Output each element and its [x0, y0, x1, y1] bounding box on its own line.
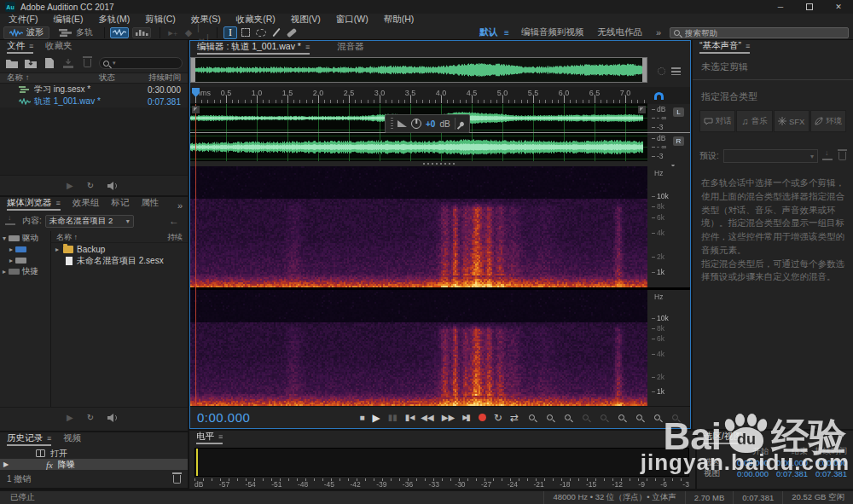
media-row-folder[interactable]: ▸ Backup	[51, 243, 188, 255]
expand-icon[interactable]: ▸	[7, 246, 15, 253]
waveform-right-channel[interactable]	[190, 133, 647, 161]
workspace-radio-production[interactable]: 无线电作品	[597, 26, 642, 38]
zoom-full-button[interactable]	[565, 414, 571, 420]
spectrogram-right-channel[interactable]	[190, 290, 647, 406]
loop-preview-icon[interactable]: ↻	[87, 181, 94, 190]
overview-waveform[interactable]	[195, 58, 642, 82]
record-button[interactable]	[479, 414, 486, 421]
auto-play-speaker-icon[interactable]	[107, 414, 119, 422]
collapse-icon[interactable]: ▾	[0, 235, 9, 242]
file-row[interactable]: 轨道 1_001.wav * 0:07.381	[0, 96, 188, 107]
tab-levels[interactable]: 电平≡	[196, 431, 223, 444]
tab-essential-sound[interactable]: “基本声音”≡	[699, 40, 750, 54]
zoom-out-time-button[interactable]	[547, 414, 553, 420]
preview-play-icon[interactable]: ▶	[67, 413, 73, 422]
timeline-ruler[interactable]: hms 0.51.01.52.02.53.03.54.04.55.05.56.0…	[190, 87, 690, 104]
expand-icon[interactable]: ▸	[51, 246, 63, 253]
column-name[interactable]: 名称 ↑	[0, 72, 99, 84]
tree-item-shortcuts[interactable]: ▸快捷	[0, 266, 50, 277]
expand-icon[interactable]: ▸	[7, 257, 15, 264]
panel-menu-icon[interactable]: ≡	[47, 434, 51, 443]
new-file-icon[interactable]	[43, 57, 56, 69]
tab-favorites[interactable]: 收藏夹	[45, 40, 73, 54]
waveform-view-button[interactable]: 波形	[3, 26, 49, 39]
show-spectrum-button[interactable]	[132, 27, 151, 38]
workspace-default[interactable]: 默认	[479, 26, 497, 38]
tab-video[interactable]: 视频	[63, 432, 81, 446]
expand-icon[interactable]: ▸	[0, 268, 9, 275]
close-button[interactable]: ✕	[824, 0, 853, 14]
tab-markers[interactable]: 标记	[111, 197, 129, 211]
tab-effects-rack[interactable]: 效果组	[73, 197, 100, 211]
gain-value[interactable]: +0	[426, 119, 435, 129]
back-arrow-icon[interactable]: ←	[169, 215, 183, 227]
spectrogram-left-channel[interactable]	[190, 166, 647, 287]
column-name[interactable]: 名称 ↑	[51, 232, 167, 243]
rewind-button[interactable]: ◀◀	[421, 414, 433, 422]
menu-item[interactable]: 视图(V)	[291, 14, 321, 26]
column-duration[interactable]: 持续时间	[135, 72, 188, 84]
tab-properties[interactable]: 属性	[141, 197, 159, 211]
corner-envelope-icon[interactable]	[192, 106, 200, 113]
menu-item[interactable]: 剪辑(C)	[145, 14, 176, 26]
time-selection-tool[interactable]: I	[223, 26, 237, 39]
skip-to-end-button[interactable]: ▶▮	[462, 414, 471, 422]
menu-item[interactable]: 多轨(M)	[98, 14, 130, 26]
tree-item-drive[interactable]: ▸	[0, 244, 50, 255]
skip-to-start-button[interactable]: ▮◀	[405, 414, 414, 422]
tab-editor[interactable]: 编辑器 : 轨道 1_001.wav *≡	[197, 41, 310, 55]
preview-play-icon[interactable]: ▶	[67, 181, 73, 190]
view-duration[interactable]: 0:07.381	[808, 469, 847, 478]
overview-right-handle[interactable]	[642, 58, 647, 82]
view-start[interactable]: 0:00.000	[729, 469, 769, 478]
panel-menu-icon[interactable]: ≡	[305, 43, 310, 51]
lasso-selection-tool[interactable]	[254, 26, 268, 39]
tabs-overflow-icon[interactable]: »	[177, 200, 188, 211]
tree-item-drive[interactable]: ▸	[0, 255, 50, 266]
column-duration[interactable]: 持续	[167, 232, 188, 243]
open-file-icon[interactable]	[5, 57, 19, 69]
fast-forward-button[interactable]: ▶▶	[442, 414, 455, 422]
minimize-button[interactable]: ─	[766, 0, 795, 14]
spot-healing-brush-tool[interactable]	[285, 26, 299, 39]
panel-menu-icon[interactable]: ≡	[56, 199, 61, 207]
hud-grip-icon[interactable]	[391, 118, 393, 130]
maximize-button[interactable]	[795, 0, 824, 14]
time-display[interactable]: 0:00.000	[190, 410, 258, 425]
help-search-input[interactable]	[683, 27, 848, 38]
column-status[interactable]: 状态	[99, 72, 135, 84]
marquee-selection-tool[interactable]	[239, 26, 252, 39]
help-search-box[interactable]	[670, 27, 849, 38]
paintbrush-selection-tool[interactable]	[270, 26, 283, 39]
zoom-in-left-edge-button[interactable]	[618, 414, 624, 420]
import-into-project-icon[interactable]	[5, 217, 15, 225]
menu-item[interactable]: 文件(F)	[9, 14, 38, 26]
menu-item[interactable]: 编辑(E)	[53, 14, 83, 26]
panel-menu-icon[interactable]: ≡	[746, 432, 751, 441]
multitrack-view-button[interactable]: 多轨	[53, 26, 99, 39]
workspace-overflow-icon[interactable]: »	[656, 27, 661, 38]
zoom-in-right-edge-button[interactable]	[636, 414, 642, 420]
playhead-line[interactable]	[195, 104, 196, 406]
panel-menu-icon[interactable]: ≡	[218, 432, 223, 441]
import-file-icon[interactable]	[24, 57, 38, 69]
left-channel-badge[interactable]: L	[673, 107, 684, 117]
zoom-to-selection-button[interactable]	[654, 414, 660, 420]
menu-item[interactable]: 帮助(H)	[384, 14, 415, 26]
workspace-edit-audio-to-video[interactable]: 编辑音频到视频	[521, 26, 584, 38]
skip-selection-button[interactable]: ⇄	[510, 413, 519, 423]
play-button[interactable]: ▶	[372, 413, 380, 423]
clear-history-trash-icon[interactable]	[173, 475, 181, 484]
splitter-handle-icon[interactable]	[423, 163, 457, 165]
overview-zoom-frame[interactable]	[190, 57, 647, 83]
selection-duration[interactable]: 0:00.000	[808, 458, 847, 467]
tab-media-browser[interactable]: 媒体浏览器≡	[7, 197, 61, 211]
content-select[interactable]: 未命名混音项目 2 ▾	[45, 215, 134, 228]
panel-menu-icon[interactable]: ≡	[29, 42, 33, 50]
tree-item-drives[interactable]: ▾驱动	[0, 233, 50, 244]
tab-history[interactable]: 历史记录≡	[7, 432, 51, 446]
loop-playback-button[interactable]: ↻	[494, 413, 502, 423]
menu-item[interactable]: 收藏夹(R)	[236, 14, 276, 26]
panel-menu-icon[interactable]: ≡	[746, 42, 750, 50]
selection-start[interactable]: 0:00.000	[729, 458, 769, 467]
